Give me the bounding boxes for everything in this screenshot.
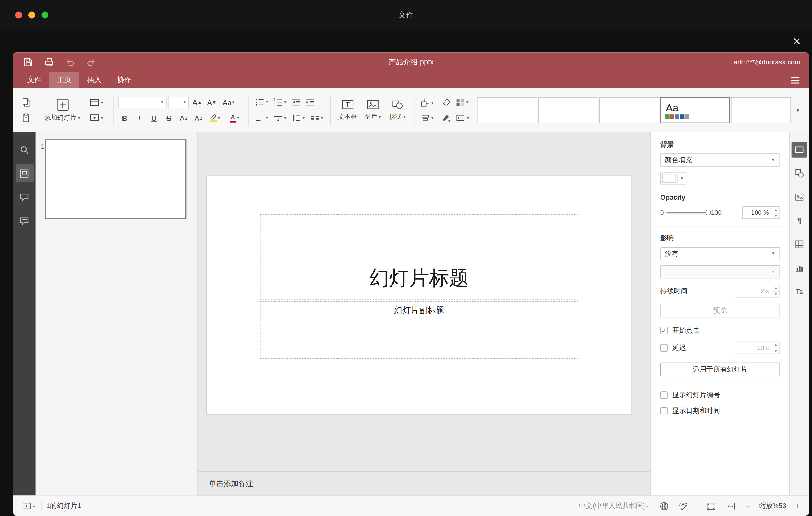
slide[interactable]: 幻灯片标题 幻灯片副标题 [207,176,632,414]
document-language-icon[interactable] [658,500,670,512]
bullets-icon[interactable]: ▼ [254,96,270,109]
slide-size-icon[interactable]: ▼ [455,112,471,124]
slide-settings-icon[interactable] [792,142,807,158]
fill-color-picker[interactable]: ▼ [660,172,687,185]
apply-to-all-button[interactable]: 适用于所有幻灯片 [660,363,780,376]
image-settings-icon[interactable] [792,189,807,205]
decrease-font-size-icon[interactable]: A▼ [205,96,219,109]
increase-font-size-icon[interactable]: A▲ [191,96,204,109]
redo-icon[interactable] [85,56,97,68]
font-color-icon[interactable]: A ▼ [226,112,244,124]
zoom-in-icon[interactable]: + [793,501,802,511]
color-scheme-icon[interactable]: ▼ [455,96,471,109]
current-color-swatch [662,174,676,183]
fill-type-select[interactable]: 颜色填充▼ [660,153,780,167]
feedback-icon[interactable] [16,212,33,230]
theme-tile[interactable] [600,97,660,123]
decrease-indent-icon[interactable] [290,96,302,109]
left-sidebar [13,133,36,495]
maximize-window-button[interactable] [41,11,48,18]
theme-color-strip [666,114,725,118]
font-size-select[interactable]: ▼ [168,96,189,108]
print-icon[interactable] [42,56,55,68]
clear-style-icon[interactable] [441,96,453,109]
close-window-button[interactable] [15,11,22,18]
opacity-slider[interactable] [666,212,708,213]
tab-collaboration[interactable]: 协作 [109,71,139,88]
slides-panel-icon[interactable] [16,165,33,182]
undo-icon[interactable] [63,56,76,68]
start-on-click-checkbox[interactable]: ✓ [660,327,668,334]
increase-indent-icon[interactable] [304,96,316,109]
superscript-button[interactable]: A2 [177,112,190,124]
insert-textbox-button[interactable]: 文本框 [335,98,359,122]
change-layout-icon[interactable]: ▼ [88,96,106,109]
show-date-time-checkbox[interactable] [660,407,668,414]
shape-settings-icon[interactable] [792,165,807,181]
copy-style-icon[interactable] [441,112,453,124]
language-select[interactable]: 中文(中华人民共和国)▼ [578,500,651,512]
spellcheck-icon[interactable]: ABC [677,500,691,512]
insert-shape-button[interactable]: 形状▼ [386,98,409,122]
tab-insert[interactable]: 插入 [79,71,109,88]
font-name-select[interactable]: ▼ [118,96,167,108]
slide-thumbnail[interactable] [45,139,186,219]
spinner-down-icon[interactable]: ▼ [772,212,780,219]
paste-icon[interactable] [20,111,32,124]
theme-tile[interactable] [538,97,599,123]
subtitle-placeholder[interactable]: 幻灯片副标题 [260,301,578,359]
menu-icon[interactable] [788,74,803,86]
close-icon[interactable]: ✕ [789,34,805,49]
subscript-button[interactable]: A2 [192,112,205,124]
bold-button[interactable]: B [118,112,132,124]
table-settings-icon[interactable] [792,236,807,252]
slide-canvas[interactable]: 幻灯片标题 幻灯片副标题 [198,133,650,471]
fit-width-icon[interactable] [724,500,737,512]
strikethrough-button[interactable]: S [162,112,176,124]
tab-home[interactable]: 主页 [49,71,79,88]
columns-icon[interactable]: ▼ [309,112,325,124]
svg-text:ABC: ABC [679,502,687,507]
change-case-icon[interactable]: Aa▼ [220,96,238,109]
highlight-color-icon[interactable]: ▼ [206,112,224,124]
horizontal-align-icon[interactable]: ▼ [254,112,270,124]
tab-file[interactable]: 文件 [20,71,49,88]
start-slideshow-status-icon[interactable]: ▼ [20,500,37,512]
underline-button[interactable]: U [147,112,161,124]
paragraph-settings-icon[interactable]: ¶ [792,213,807,229]
slider-knob[interactable] [705,209,711,216]
opacity-input[interactable]: 100 % ▲▼ [742,206,780,219]
comments-icon[interactable] [16,188,33,206]
minimize-window-button[interactable] [28,11,35,18]
spinner-up-icon[interactable]: ▲ [772,207,780,212]
copy-icon[interactable] [20,96,32,109]
preview-button[interactable]: 预览 [660,304,780,317]
start-slideshow-icon[interactable]: ▼ [88,111,106,124]
textart-settings-icon[interactable]: Ta [792,284,807,299]
title-placeholder[interactable]: 幻灯片标题 [260,214,578,300]
numbering-icon[interactable]: 12 ▼ [272,96,289,109]
arrange-shapes-icon[interactable]: ▼ [419,96,436,109]
effect-variant-select[interactable]: ▼ [660,265,780,279]
theme-tile-selected[interactable]: Aa [661,97,730,123]
align-shapes-icon[interactable]: ▼ [419,111,436,124]
search-icon[interactable] [16,141,33,159]
delay-input[interactable]: 10 s ▲▼ [735,342,780,354]
add-slide-button[interactable]: 添加幻灯片▼ [42,97,83,123]
theme-gallery-expand-icon[interactable]: ▼ [791,97,805,123]
theme-tile[interactable] [477,97,538,123]
line-spacing-icon[interactable]: ▼ [290,112,307,124]
chart-settings-icon[interactable] [792,260,807,276]
show-slide-number-checkbox[interactable] [660,391,668,399]
theme-tile[interactable] [731,97,791,123]
delay-checkbox[interactable] [660,344,668,351]
save-icon[interactable] [22,56,34,68]
vertical-align-icon[interactable]: ▼ [272,112,289,124]
zoom-out-icon[interactable]: − [744,501,752,511]
italic-button[interactable]: I [133,112,146,124]
notes-area[interactable]: 单击添加备注 [198,471,650,495]
insert-image-button[interactable]: 图片▼ [361,98,384,122]
effect-select[interactable]: 没有▼ [660,247,780,260]
fit-slide-icon[interactable] [705,500,718,512]
duration-input[interactable]: 2 s ▲▼ [735,285,780,297]
